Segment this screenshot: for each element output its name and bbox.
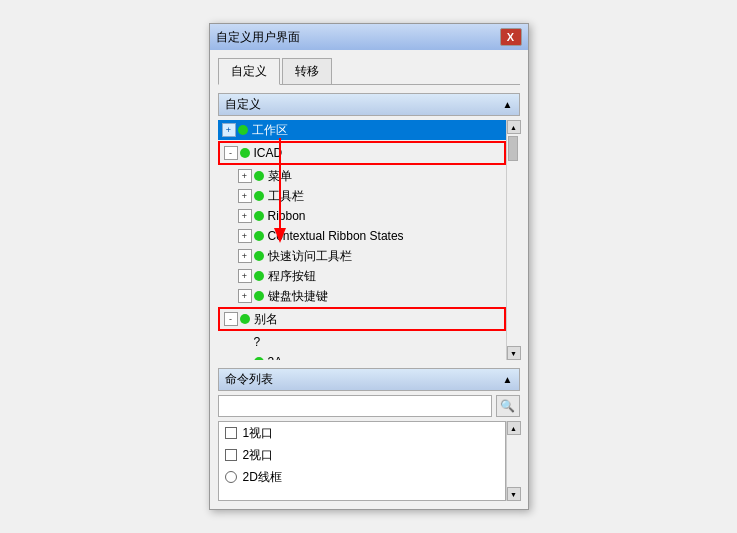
expander-icad[interactable]: - [224, 146, 238, 160]
label-icad: ICAD [254, 144, 283, 162]
tabs-container: 自定义 转移 [218, 58, 520, 85]
search-button[interactable]: 🔍 [496, 395, 520, 417]
tree-item-jianpan[interactable]: + 键盘快捷键 [218, 286, 506, 306]
search-icon: 🔍 [500, 399, 515, 413]
tree-item-kuaisu[interactable]: + 快速访问工具栏 [218, 246, 506, 266]
tree-item-icad-container: - ICAD [218, 141, 506, 165]
tree-item-ribbon[interactable]: + Ribbon [218, 206, 506, 226]
expander-chengxu[interactable]: + [238, 269, 252, 283]
cmd-scroll-down[interactable]: ▼ [507, 487, 521, 501]
label-chengxu: 程序按钮 [268, 267, 316, 285]
expander-jianpan[interactable]: + [238, 289, 252, 303]
spacer-qmark [238, 335, 252, 349]
customization-section-header: 自定义 ▲ [218, 93, 520, 116]
label-gongzuoqu: 工作区 [252, 121, 288, 139]
dot-jianpan [254, 291, 264, 301]
dot-kuaisu [254, 251, 264, 261]
dot-bieming [240, 314, 250, 324]
tree-content: + 工作区 - ICAD + [218, 120, 506, 360]
expander-ribbon[interactable]: + [238, 209, 252, 223]
expander-contextual[interactable]: + [238, 229, 252, 243]
tree-item-caidan[interactable]: + 菜单 [218, 166, 506, 186]
window-body: 自定义 转移 自定义 ▲ + 工作区 [210, 50, 528, 509]
tree-wrapper: + 工作区 - ICAD + [218, 120, 520, 360]
command-item-1viewport[interactable]: 1视口 [219, 422, 505, 444]
expander-gongzuoqu[interactable]: + [222, 123, 236, 137]
label-gongju: 工具栏 [268, 187, 304, 205]
tree-item-gongzuoqu[interactable]: + 工作区 [218, 120, 506, 140]
command-item-2viewport[interactable]: 2视口 [219, 444, 505, 466]
dot-chengxu [254, 271, 264, 281]
dot-contextual [254, 231, 264, 241]
tree-item-bieming[interactable]: - 别名 [220, 309, 504, 329]
commands-section-label: 命令列表 [225, 371, 273, 388]
cmd-scroll-track [507, 435, 520, 487]
label-qmark: ? [254, 333, 261, 351]
commands-list-wrapper: 1视口 2视口 2D线框 ▲ ▼ [218, 421, 520, 501]
scroll-down-btn[interactable]: ▼ [507, 346, 521, 360]
commands-section-header: 命令列表 ▲ [218, 368, 520, 391]
dot-ribbon [254, 211, 264, 221]
dot-gongzuoqu [238, 125, 248, 135]
radio-2dframe[interactable] [225, 471, 237, 483]
close-button[interactable]: X [500, 28, 522, 46]
label-contextual: Contextual Ribbon States [268, 227, 404, 245]
tree-item-3a[interactable]: 3A [218, 352, 506, 360]
label-3a: 3A [268, 353, 283, 360]
tree-item-chengxu[interactable]: + 程序按钮 [218, 266, 506, 286]
label-1viewport: 1视口 [243, 424, 274, 442]
label-jianpan: 键盘快捷键 [268, 287, 328, 305]
checkbox-1viewport[interactable] [225, 427, 237, 439]
commands-collapse-icon[interactable]: ▲ [503, 374, 513, 385]
tree-item-bieming-container: - 别名 [218, 307, 506, 331]
label-2dframe: 2D线框 [243, 468, 282, 486]
customization-section-label: 自定义 [225, 96, 261, 113]
dot-gongju [254, 191, 264, 201]
commands-list: 1视口 2视口 2D线框 [218, 421, 506, 501]
scroll-track [507, 134, 520, 346]
tree-item-icad[interactable]: - ICAD [220, 143, 504, 163]
commands-search-bar: 🔍 [218, 395, 520, 417]
tree-scrollbar[interactable]: ▲ ▼ [506, 120, 520, 360]
label-caidan: 菜单 [268, 167, 292, 185]
dot-icad [240, 148, 250, 158]
scroll-thumb[interactable] [508, 136, 518, 161]
window-title: 自定义用户界面 [216, 29, 300, 46]
expander-kuaisu[interactable]: + [238, 249, 252, 263]
tree-item-gongju[interactable]: + 工具栏 [218, 186, 506, 206]
title-bar-controls: X [500, 28, 522, 46]
dot-3a [254, 357, 264, 360]
scroll-up-btn[interactable]: ▲ [507, 120, 521, 134]
tab-transfer[interactable]: 转移 [282, 58, 332, 84]
tree-item-qmark[interactable]: ? [218, 332, 506, 352]
collapse-icon[interactable]: ▲ [503, 99, 513, 110]
expander-gongju[interactable]: + [238, 189, 252, 203]
tree-item-contextual[interactable]: + Contextual Ribbon States [218, 226, 506, 246]
tree-outer: + 工作区 - ICAD + [218, 120, 520, 360]
title-bar: 自定义用户界面 X [210, 24, 528, 50]
checkbox-2viewport[interactable] [225, 449, 237, 461]
expander-caidan[interactable]: + [238, 169, 252, 183]
label-kuaisu: 快速访问工具栏 [268, 247, 352, 265]
label-2viewport: 2视口 [243, 446, 274, 464]
label-bieming: 别名 [254, 310, 278, 328]
commands-section: 命令列表 ▲ 🔍 1视口 2视口 [218, 368, 520, 501]
tab-customize[interactable]: 自定义 [218, 58, 280, 85]
dot-caidan [254, 171, 264, 181]
spacer-3a [238, 355, 252, 360]
main-window: 自定义用户界面 X 自定义 转移 自定义 ▲ [209, 23, 529, 510]
command-item-2dframe[interactable]: 2D线框 [219, 466, 505, 488]
label-ribbon: Ribbon [268, 207, 306, 225]
search-input[interactable] [218, 395, 492, 417]
cmd-scroll-up[interactable]: ▲ [507, 421, 521, 435]
commands-scrollbar[interactable]: ▲ ▼ [506, 421, 520, 501]
expander-bieming[interactable]: - [224, 312, 238, 326]
